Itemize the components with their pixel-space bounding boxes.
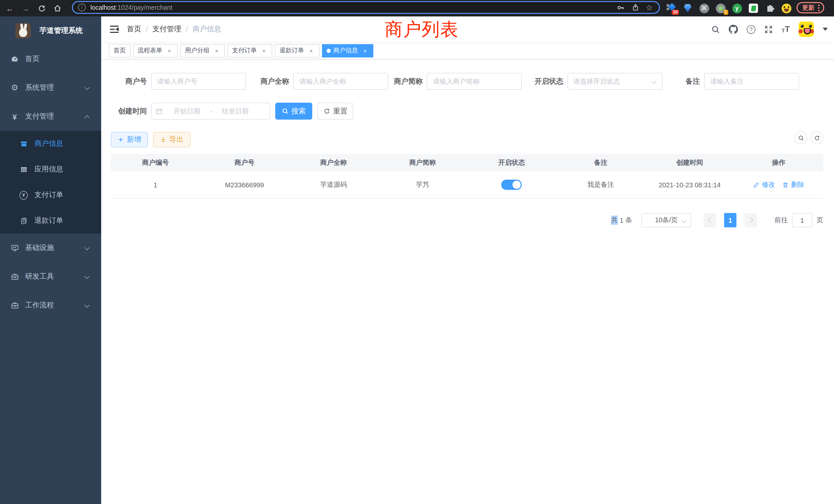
- prev-page-button[interactable]: [704, 213, 716, 227]
- status-select[interactable]: 请选择开启状态: [568, 73, 662, 90]
- sidebar-item-refund-order[interactable]: 退款订单: [0, 208, 101, 233]
- browser-back-button[interactable]: ←: [4, 2, 16, 14]
- tab-label: 支付订单: [232, 46, 257, 55]
- profile-smiley-icon[interactable]: [781, 3, 791, 13]
- extensions-puzzle-icon[interactable]: [765, 3, 775, 13]
- short-name-input[interactable]: [427, 73, 522, 90]
- refresh-table-button[interactable]: [810, 131, 823, 144]
- top-navbar: 首页 / 支付管理 / 商户信息 ?: [101, 17, 834, 42]
- font-size-icon[interactable]: TT: [782, 25, 790, 33]
- cell-actions: 修改 删除: [734, 180, 823, 189]
- browser-menu-icon[interactable]: [818, 4, 820, 11]
- table-header-row: 商户编号 商户号 商户全称 商户简称 开启状态 备注 创建时间 操作: [111, 154, 823, 171]
- remark-input[interactable]: [704, 73, 799, 90]
- merchant-no-input[interactable]: [151, 73, 246, 90]
- breadcrumb-current: 商户信息: [193, 25, 221, 34]
- extension-command-icon[interactable]: ⌘: [699, 3, 709, 13]
- tab-user-group[interactable]: 用户分组×: [180, 44, 225, 57]
- current-page-button[interactable]: 1: [724, 213, 737, 227]
- extension-y-icon[interactable]: y: [732, 3, 742, 13]
- sidebar-item-payment[interactable]: ¥ 支付管理: [0, 102, 101, 131]
- browser-reload-button[interactable]: [36, 2, 48, 14]
- sidebar-item-dev-tools[interactable]: 研发工具: [0, 262, 101, 291]
- sidebar-item-label: 商户信息: [35, 139, 63, 148]
- filter-row-1: 商户号 商户全称 商户简称 开启状态 请选择开启状态 备注: [111, 73, 823, 90]
- help-icon[interactable]: ?: [747, 25, 755, 33]
- sidebar-item-infrastructure[interactable]: 基础设施: [0, 233, 101, 262]
- pagination-total: 共1条: [610, 215, 633, 225]
- bookmark-star-icon[interactable]: ☆: [646, 4, 653, 11]
- toolbox-icon: [10, 273, 19, 281]
- sidebar-collapse-button[interactable]: [110, 26, 118, 33]
- home-icon: [53, 4, 62, 12]
- jump-page-input[interactable]: [792, 213, 812, 227]
- sidebar-item-label: 退款订单: [35, 216, 63, 225]
- breadcrumb-home[interactable]: 首页: [127, 25, 141, 34]
- sidebar-item-system[interactable]: ⚙ 系统管理: [0, 73, 101, 102]
- status-toggle[interactable]: [501, 180, 522, 190]
- full-name-input[interactable]: [293, 73, 388, 90]
- dashboard-icon: [10, 55, 19, 63]
- page-size-select[interactable]: 10条/页: [641, 213, 691, 227]
- create-time-range-picker[interactable]: 开始日期 - 结束日期: [151, 102, 270, 120]
- tab-refund-order[interactable]: 退款订单×: [275, 44, 320, 57]
- close-icon[interactable]: ×: [213, 47, 220, 54]
- close-icon[interactable]: ×: [166, 47, 173, 54]
- tags-view-bar: 首页 流程表单× 用户分组× 支付订单× 退款订单× 商户信息×: [101, 42, 834, 60]
- browser-update-button[interactable]: 更新: [796, 2, 824, 13]
- sidebar-item-pay-order[interactable]: ¥ 支付订单: [0, 182, 101, 208]
- browser-home-button[interactable]: [51, 2, 64, 14]
- sidebar-item-workflow[interactable]: 工作流程: [0, 291, 101, 320]
- extension-note-icon[interactable]: [748, 3, 759, 13]
- pagination: 共1条 10条/页 1 前往 页: [111, 213, 823, 227]
- tab-process-form[interactable]: 流程表单×: [133, 44, 178, 57]
- share-icon[interactable]: [631, 4, 639, 11]
- edit-link[interactable]: 修改: [753, 180, 775, 189]
- action-row: 新增 导出: [111, 131, 823, 148]
- app-title: 芋道管理系统: [40, 26, 83, 35]
- tab-label: 用户分组: [185, 46, 210, 55]
- sidebar-item-merchant-info[interactable]: 商户信息: [0, 131, 101, 157]
- tab-merchant-info[interactable]: 商户信息×: [322, 44, 373, 57]
- sidebar-item-home[interactable]: 首页: [0, 45, 101, 73]
- fullscreen-icon[interactable]: [764, 25, 773, 33]
- sidebar-item-label: 工作流程: [25, 301, 54, 310]
- col-header-actions: 操作: [734, 158, 823, 167]
- extension-gem-icon[interactable]: [682, 3, 693, 13]
- cell-full-name: 芋道源码: [289, 180, 378, 189]
- payment-submenu: 商户信息 应用信息 ¥ 支付订单: [0, 131, 101, 233]
- app-logo: [16, 23, 31, 38]
- reset-button[interactable]: 重置: [317, 102, 353, 120]
- close-icon[interactable]: ×: [361, 47, 369, 54]
- close-icon[interactable]: ×: [260, 47, 267, 54]
- site-info-icon[interactable]: i: [78, 4, 86, 11]
- browser-forward-button[interactable]: →: [20, 2, 32, 14]
- avatar[interactable]: [798, 22, 814, 37]
- pagination-total-count: 1: [620, 216, 623, 224]
- delete-link[interactable]: 删除: [783, 180, 805, 189]
- search-icon[interactable]: [711, 25, 720, 33]
- tab-pay-order[interactable]: 支付订单×: [227, 44, 272, 57]
- yen-icon: ¥: [10, 113, 19, 120]
- github-icon[interactable]: [729, 25, 738, 34]
- show-search-toggle-button[interactable]: [794, 131, 807, 144]
- close-icon[interactable]: ×: [308, 47, 315, 54]
- search-button[interactable]: 搜索: [275, 102, 312, 120]
- next-page-button[interactable]: [745, 213, 757, 227]
- export-button[interactable]: 导出: [153, 132, 191, 147]
- add-button[interactable]: 新增: [111, 132, 148, 147]
- extension-badge: 10: [672, 10, 679, 15]
- tab-home[interactable]: 首页: [109, 44, 130, 57]
- create-time-label: 创建时间: [111, 107, 147, 116]
- breadcrumb-payment[interactable]: 支付管理: [153, 25, 181, 34]
- sidebar-item-app-info[interactable]: 应用信息: [0, 157, 101, 182]
- document-icon: [20, 217, 28, 225]
- avatar-caret-icon[interactable]: [823, 28, 828, 31]
- cell-remark: 我是备注: [556, 180, 645, 189]
- extension-diamond-icon[interactable]: 10: [666, 3, 676, 13]
- address-bar[interactable]: i localhost:1024/pay/merchant ☆: [72, 1, 660, 14]
- extension-camera-icon[interactable]: 1: [716, 3, 726, 13]
- password-key-icon[interactable]: [616, 3, 625, 12]
- pay-order-icon: ¥: [20, 191, 28, 199]
- chevron-down-icon: [85, 274, 90, 279]
